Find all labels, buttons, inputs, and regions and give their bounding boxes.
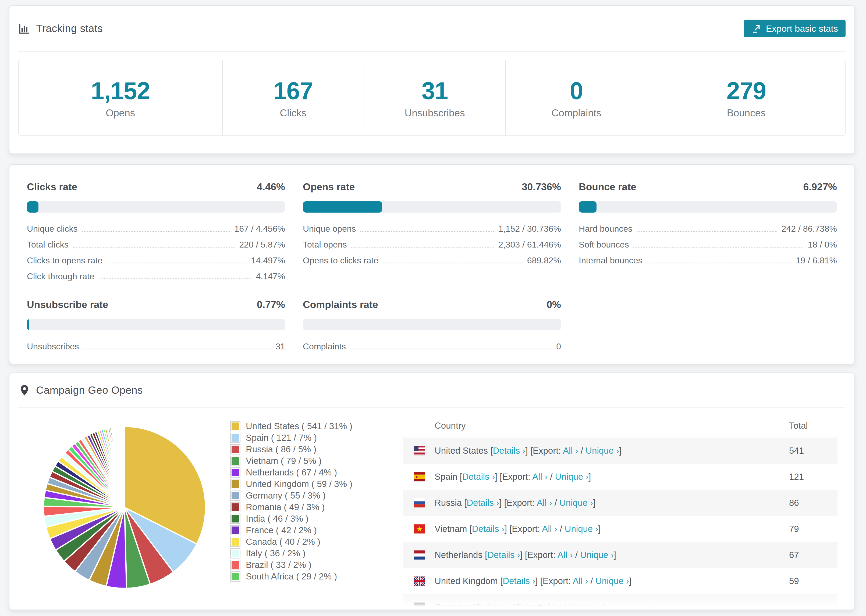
rate-row-value: 4.147% — [256, 272, 285, 281]
rate-percent-value: 30.736% — [522, 181, 561, 193]
rate-detail-rows: Unsubscribes 31 — [27, 342, 285, 357]
table-row: Vietnam [Details ›] [Export: All › / Uni… — [403, 516, 838, 542]
summary-stat-cell: 31 Unsubscribes — [364, 60, 505, 135]
tracking-stats-card: Tracking stats Export basic stats 1,152 … — [9, 5, 855, 154]
export-unique-link[interactable]: Unique › — [565, 524, 598, 534]
stat-value: 31 — [422, 77, 448, 105]
details-link[interactable]: Details › — [493, 446, 525, 456]
dotted-leader — [350, 349, 552, 349]
details-link[interactable]: Details › — [467, 498, 499, 508]
summary-stat-cell: 167 Clicks — [222, 60, 364, 135]
details-link[interactable]: Details › — [472, 524, 505, 534]
details-link[interactable]: Details › — [487, 550, 520, 560]
export-all-link[interactable]: All › — [573, 576, 588, 586]
page-title: Tracking stats — [36, 23, 103, 35]
legend-label: Vietnam ( 79 / 5% ) — [246, 456, 322, 466]
export-all-link[interactable]: All › — [532, 472, 548, 482]
country-flag-icon — [414, 498, 425, 508]
bracket-text: ] [Export: — [495, 472, 532, 482]
dotted-leader — [636, 231, 777, 232]
rate-detail-rows: Unique clicks 167 / 4.456% Total clicks … — [27, 224, 285, 287]
export-basic-stats-button[interactable]: Export basic stats — [744, 20, 846, 37]
rate-progress-bar — [303, 319, 561, 330]
rate-detail-row: Click through rate 4.147% — [27, 272, 285, 287]
details-link[interactable]: Details › — [476, 602, 509, 610]
rate-row-value: 689.82% — [527, 256, 561, 266]
geo-table-header: Country Total — [403, 414, 838, 438]
export-unique-link[interactable]: Unique › — [586, 446, 619, 456]
legend-color-swatch — [231, 491, 240, 500]
dotted-leader — [82, 231, 230, 232]
summary-stat-cell: 1,152 Opens — [19, 60, 222, 135]
geo-section-title: Campaign Geo Opens — [36, 384, 143, 396]
country-name: Netherlands [ — [435, 550, 487, 560]
legend-label: United Kingdom ( 59 / 3% ) — [246, 479, 352, 489]
rate-row-label: Total opens — [303, 240, 347, 250]
geo-pie-legend: United States ( 541 / 31% ) Spain ( 121 … — [231, 414, 403, 610]
bar-chart-icon — [18, 22, 31, 35]
geo-opens-pie-chart — [39, 422, 210, 593]
rate-title: Unsubscribe rate — [27, 299, 108, 310]
rate-block: Bounce rate 6.927% Hard bounces 242 / 86… — [579, 178, 837, 287]
country-column-header: Country — [403, 421, 466, 431]
dotted-leader — [99, 278, 252, 279]
export-all-link[interactable]: All › — [542, 524, 557, 534]
rate-detail-row: Unsubscribes 31 — [27, 342, 285, 357]
stat-value: 279 — [726, 77, 766, 105]
rate-detail-row: Hard bounces 242 / 86.738% — [579, 224, 837, 240]
summary-stat-cell: 0 Complaints — [505, 60, 647, 135]
legend-item: India ( 46 / 3% ) — [231, 513, 403, 524]
legend-label: Canada ( 40 / 2% ) — [246, 537, 320, 547]
stat-label: Opens — [106, 107, 135, 119]
country-flag-icon — [414, 472, 425, 481]
export-all-link[interactable]: All › — [557, 550, 573, 560]
legend-color-swatch — [231, 503, 240, 512]
rate-progress-fill — [27, 319, 29, 330]
dotted-leader — [360, 231, 494, 232]
legend-label: Spain ( 121 / 7% ) — [246, 433, 317, 443]
rate-detail-row: Unique opens 1,152 / 30.736% — [303, 224, 561, 240]
country-row-text: United States [Details ›] [Export: All ›… — [435, 446, 622, 456]
bracket-text: ] [Export: — [505, 524, 542, 534]
stat-label: Unsubscribes — [405, 107, 465, 119]
separator-text: / — [548, 472, 555, 482]
bracket-text: ] — [614, 550, 616, 560]
country-name: Russia [ — [435, 498, 467, 508]
legend-color-swatch — [231, 537, 240, 546]
rate-row-value: 31 — [276, 342, 285, 352]
legend-item: South Africa ( 29 / 2% ) — [231, 570, 403, 582]
table-row: United States [Details ›] [Export: All ›… — [403, 438, 838, 464]
rate-row-value: 2,303 / 61.446% — [498, 240, 561, 250]
export-unique-link[interactable]: Unique › — [595, 576, 629, 586]
details-link[interactable]: Details › — [462, 472, 495, 482]
rate-progress-fill — [27, 201, 38, 212]
legend-label: South Africa ( 29 / 2% ) — [246, 571, 337, 581]
rate-percent-value: 6.927% — [803, 181, 837, 193]
export-unique-link[interactable]: Unique › — [559, 498, 593, 508]
bracket-text: ] [Export: — [499, 498, 537, 508]
legend-item: Vietnam ( 79 / 5% ) — [231, 455, 403, 467]
country-flag-icon — [414, 524, 425, 533]
export-all-link[interactable]: All › — [546, 602, 561, 610]
legend-label: Germany ( 55 / 3% ) — [246, 490, 326, 501]
table-row: Germany [Details ›] [Export: All › / Uni… — [403, 594, 838, 610]
legend-label: India ( 46 / 3% ) — [246, 514, 309, 524]
legend-color-swatch — [231, 468, 240, 477]
country-total-value: 541 — [789, 446, 838, 456]
export-all-link[interactable]: All › — [537, 498, 552, 508]
country-row-text: Netherlands [Details ›] [Export: All › /… — [435, 550, 616, 560]
rate-row-value: 220 / 5.87% — [239, 240, 285, 250]
legend-item: Russia ( 86 / 5% ) — [231, 443, 403, 455]
export-unique-link[interactable]: Unique › — [569, 602, 602, 610]
export-all-link[interactable]: All › — [563, 446, 578, 456]
rate-progress-bar — [27, 319, 285, 330]
export-unique-link[interactable]: Unique › — [555, 472, 589, 482]
export-icon — [751, 24, 762, 34]
dotted-leader — [633, 247, 804, 248]
bracket-text: ] — [589, 472, 591, 482]
rate-title: Bounce rate — [579, 181, 636, 193]
legend-color-swatch — [231, 433, 240, 442]
rate-row-value: 18 / 0% — [808, 240, 837, 250]
details-link[interactable]: Details › — [503, 576, 535, 586]
export-unique-link[interactable]: Unique › — [580, 550, 614, 560]
